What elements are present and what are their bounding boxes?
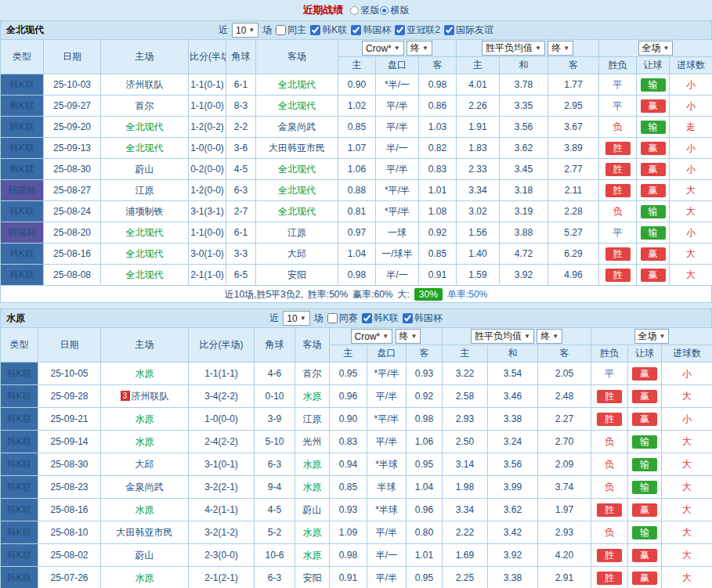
radio-label: 竖版 [361,4,380,17]
score-cell: 1-0(0-0) [189,408,255,431]
select-value: 10 [236,25,246,36]
near-label: 近 [219,23,228,37]
checkbox-input[interactable] [351,25,361,35]
handicap-home-odds-cell: 0.91 [330,567,367,588]
avg-away-odds-cell: 2.27 [538,408,591,431]
avg-home-odds-cell: 2.93 [443,408,488,431]
filter-checkbox-韩国杯[interactable]: 韩国杯 [351,23,391,37]
checkbox-input[interactable] [327,313,338,323]
chevron-down-icon: ▼ [660,334,666,340]
result-badge: 大 [686,185,696,196]
handicap-result-cell: 赢 [637,138,670,159]
filter-checkbox-同主[interactable]: 同主 [276,23,306,37]
home-team-cell: 水原 [101,363,189,385]
away-team-name: 全北现代 [278,79,316,90]
goals-result-cell: 大 [662,544,712,567]
match-scope-select[interactable]: 全场▼ [634,329,670,344]
handicap-away-odds-cell: 1.01 [407,544,443,567]
away-team-cell: 全北现代 [256,180,338,201]
handicap-away-odds-cell: 1.06 [407,431,443,453]
avg-away-odds-cell: 3.67 [548,117,599,138]
col-home: 主场 [101,328,189,363]
away-team-name: 水原 [303,550,322,561]
match-date-cell: 25-10-03 [44,74,101,96]
checkbox-input[interactable] [395,25,405,35]
score-cell: 3-2(2-1) [189,476,255,499]
home-team-name: 济州联队 [132,391,169,402]
goals-result-cell: 大 [662,476,712,499]
avg-home-odds-cell: 2.26 [457,96,500,117]
handicap-result-cell: 赢 [628,499,662,521]
filter-checkbox-国际友谊[interactable]: 国际友谊 [444,23,493,37]
result-badge: 大 [686,269,696,280]
home-team-name: 全北现代 [126,248,164,259]
match-row: 韩K联25-08-30大邱3-1(0-1)6-3水原0.94*半球0.953.1… [1,453,712,476]
avg-away-odds-cell: 2.48 [538,385,591,408]
col-date: 日期 [44,40,101,74]
recent-count-select[interactable]: 10▼ [283,311,309,326]
select-value: 胜平负均值 [486,41,533,55]
result-badge: 大 [682,504,692,515]
match-date-cell: 25-08-20 [44,222,101,243]
avg-away-odds-cell: 1.77 [548,74,599,96]
match-date-cell: 25-07-26 [38,567,101,588]
result-badge: 输 [641,226,666,240]
match-row: 韩国杯25-08-20全北现代1-1(0-0)6-1江原0.97一球0.921.… [1,222,712,243]
avg-home-odds-cell: 1.40 [457,243,500,265]
handicap-away-odds-cell: 0.98 [407,408,443,431]
match-result-cell: 胜 [591,499,628,521]
result-badge: 输 [632,435,657,449]
away-team-name: 水原 [303,391,322,402]
filter-checkbox-亚冠联2[interactable]: 亚冠联2 [395,23,440,37]
filter-checkbox-韩K联[interactable]: 韩K联 [362,312,399,325]
result-badge: 负 [605,459,614,470]
checkbox-input[interactable] [403,313,413,323]
filter-checkbox-韩国杯[interactable]: 韩国杯 [403,312,443,325]
avg-home-odds-cell: 3.22 [443,363,488,385]
avg-draw-odds-cell: 3.45 [500,159,548,180]
away-team-cell: 水原 [295,476,330,499]
handicap-away-odds-cell: 1.08 [419,201,457,222]
score-cell: 1-1(1-1) [189,363,255,385]
avg-stage-select[interactable]: 终▼ [548,41,573,56]
avg-away-odds-cell: 2.09 [538,453,591,476]
handicap-home-odds-cell: 0.85 [338,117,376,138]
odds-stage-select[interactable]: 终▼ [396,329,421,344]
handicap-home-odds-cell: 1.09 [330,521,367,544]
odds-stage-select[interactable]: 终▼ [407,41,432,56]
result-badge: 小 [686,79,696,90]
avg-stage-select[interactable]: 终▼ [537,329,562,344]
corners-cell: 6-3 [226,180,256,201]
bookmaker-select[interactable]: Crow*▼ [351,329,393,344]
home-team-cell: 全北现代 [101,138,189,159]
league-type-cell: 韩K联 [1,117,44,138]
avg-away-odds-cell: 4.20 [538,544,591,567]
filter-checkbox-韩K联[interactable]: 韩K联 [310,23,347,37]
checkbox-input[interactable] [444,25,454,35]
checkbox-input[interactable] [310,25,320,35]
avg-home-odds-cell: 1.83 [457,138,500,159]
league-type-cell: 韩K联 [1,96,44,117]
match-scope-select[interactable]: 全场▼ [638,41,674,56]
away-team-name: 江原 [303,413,322,424]
handicap-away-odds-cell: 1.01 [419,180,457,201]
layout-radio-option[interactable]: 竖版 [350,4,380,17]
avg-odds-select[interactable]: 胜平负均值▼ [471,329,534,344]
checkbox-input[interactable] [362,313,372,323]
handicap-away-odds-cell: 0.85 [419,243,457,265]
match-row: 韩K联25-08-02蔚山2-3(0-0)10-6水原0.98半/一1.011.… [1,544,712,567]
chevron-down-icon: ▼ [248,27,255,34]
avg-odds-select[interactable]: 胜平负均值▼ [482,41,545,56]
bookmaker-select[interactable]: Crow*▼ [362,41,404,56]
home-team-name: 金泉尚武 [126,482,164,492]
match-result-cell: 胜 [599,180,637,201]
recent-count-select[interactable]: 10▼ [232,23,258,38]
result-badge: 赢 [641,163,666,176]
home-team-name: 首尔 [136,100,154,111]
checkbox-label: 国际友谊 [456,23,493,37]
layout-radio-selected[interactable]: 横版 [380,4,410,17]
filter-checkbox-同赛[interactable]: 同赛 [327,312,358,325]
summary-segment: 大: [398,289,410,300]
checkbox-input[interactable] [276,25,286,35]
subcol-handicap-line: 盘口 [367,345,407,363]
